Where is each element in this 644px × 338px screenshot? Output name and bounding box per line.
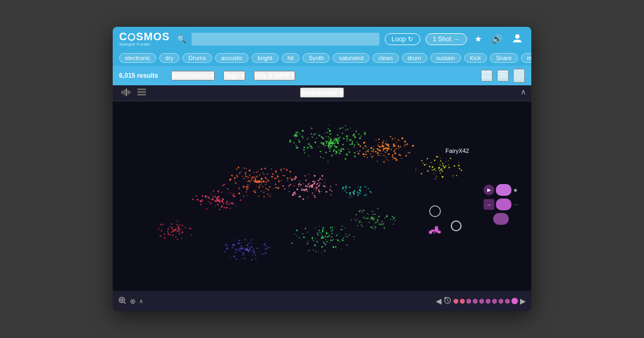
svg-rect-1 (482, 71, 486, 74)
svg-line-24 (124, 302, 126, 304)
page-dot-8[interactable] (505, 299, 510, 304)
svg-point-9 (517, 73, 521, 76)
page-dot-5[interactable] (486, 299, 491, 304)
instrument-label-text: Instrument (301, 89, 337, 97)
zoom-reset-btn[interactable] (118, 296, 127, 306)
svg-rect-18 (130, 91, 131, 93)
header: CSMOS Sample Finder 🔍 Loop ↻ 1 Shot → ★ (113, 27, 531, 85)
sample-item-5[interactable] (493, 213, 509, 225)
expand-btn[interactable]: ∧ (139, 298, 143, 305)
more-options-btn[interactable]: ⋯ (513, 202, 518, 208)
tag-chip[interactable]: saturated (333, 53, 369, 63)
search-input[interactable] (192, 33, 379, 46)
instruments-label: Instruments (172, 72, 209, 79)
page-dot-7[interactable] (499, 299, 503, 304)
wf-small (496, 216, 506, 222)
sub-toolbar: Instrument ▾ ∧ (113, 85, 531, 101)
app-title: CSMOS (119, 31, 170, 42)
instrument-chevron: ▾ (339, 89, 343, 97)
tag-chip[interactable]: monophonic (521, 53, 531, 63)
tag-chip[interactable]: sustain (430, 53, 461, 63)
waveform-view-btn[interactable] (118, 87, 134, 99)
svg-point-8 (515, 71, 523, 78)
play-button[interactable]: ▶ (484, 185, 494, 195)
tags-row: electronicdryDrumsacousticbrighthitSynth… (113, 51, 531, 66)
svg-point-22 (119, 297, 125, 303)
page-dot-6[interactable] (492, 299, 497, 304)
tag-chip[interactable]: bright (252, 53, 279, 63)
keybpm-label: Key & BPM (255, 72, 289, 79)
oneshot-icon: → (453, 35, 460, 43)
tag-chip[interactable]: drum (402, 53, 427, 63)
oneshot-button[interactable]: 1 Shot → (426, 33, 467, 45)
tag-chip[interactable]: clean (372, 53, 398, 63)
waveform-bars (498, 186, 509, 194)
user-button[interactable] (510, 32, 525, 47)
grid-view-button[interactable] (481, 70, 493, 82)
svg-point-23 (121, 299, 123, 301)
main-content: Instrument ▾ ∧ FairyX42 ▶ (113, 85, 531, 311)
page-dot-2[interactable] (466, 299, 471, 304)
volume-button[interactable]: 🔊 (489, 33, 504, 45)
filter-bar: 6,015 results Instruments ▾ Tags ▾ Key &… (113, 66, 531, 85)
svg-rect-6 (498, 74, 508, 75)
favorite-button[interactable]: ★ (472, 33, 484, 45)
view-icons (481, 69, 525, 83)
tag-chip[interactable]: electronic (119, 53, 156, 63)
tag-chip[interactable]: Synth (303, 53, 330, 63)
instruments-chevron: ▾ (210, 72, 214, 79)
favorite-icon: ★ (474, 34, 482, 43)
tag-chip[interactable]: hit (282, 53, 300, 63)
search-icon[interactable]: 🔍 (177, 35, 186, 43)
prev-page-btn[interactable]: ◀ (436, 297, 442, 305)
svg-rect-19 (137, 89, 146, 90)
page-dot-3[interactable] (473, 299, 478, 304)
page-dot-9[interactable] (511, 298, 518, 304)
zoom-in-btn[interactable]: ⊕ (130, 297, 136, 305)
tag-chip[interactable]: Snare (490, 53, 517, 63)
list-icon (498, 71, 508, 78)
active-sample-controls: ▶ ★ → ⋯ (472, 155, 529, 239)
waveform-display-2 (496, 199, 511, 210)
tags-chevron: ▾ (241, 72, 244, 79)
list-view-btn[interactable] (134, 87, 149, 99)
sample-star-btn[interactable]: ★ (513, 187, 518, 193)
sample-item-4-row: → ⋯ (484, 199, 518, 210)
next-page-btn[interactable]: ▶ (520, 297, 526, 305)
waveform-display (496, 184, 511, 196)
target-icon (514, 70, 524, 79)
results-count: 6,015 results (119, 72, 158, 79)
collapse-panel-btn[interactable]: ∧ (521, 87, 526, 96)
svg-rect-7 (498, 76, 508, 78)
svg-rect-20 (137, 91, 146, 93)
tag-chip[interactable]: Drums (182, 53, 211, 63)
page-dot-0[interactable] (453, 299, 458, 304)
history-btn[interactable] (444, 297, 451, 306)
oneshot-label: 1 Shot (433, 35, 451, 43)
cosmos-canvas[interactable] (113, 101, 531, 291)
user-icon (512, 33, 523, 43)
arrow-button[interactable]: → (484, 199, 494, 210)
sample-item-3-row: ▶ ★ (484, 184, 518, 196)
instrument-cluster-btn[interactable]: Instrument ▾ (300, 87, 344, 98)
page-dot-4[interactable] (479, 299, 484, 304)
logo-area: CSMOS Sample Finder (119, 31, 170, 47)
header-top: CSMOS Sample Finder 🔍 Loop ↻ 1 Shot → ★ (113, 27, 531, 51)
keybpm-filter[interactable]: Key & BPM ▾ (254, 71, 295, 80)
tag-chip[interactable]: dry (159, 53, 179, 63)
svg-rect-4 (487, 75, 491, 78)
list-view-button[interactable] (497, 70, 509, 82)
tag-chip[interactable]: Kick (464, 53, 487, 63)
tag-chip[interactable]: acoustic (215, 53, 248, 63)
sample-name-label: FairyX42 (445, 148, 469, 154)
loop-icon: ↻ (408, 35, 413, 43)
visualization-area[interactable]: FairyX42 ▶ ★ → (113, 101, 531, 291)
tags-filter[interactable]: Tags ▾ (223, 71, 245, 80)
history-icon (444, 297, 451, 304)
svg-rect-5 (498, 71, 508, 72)
page-dot-1[interactable] (460, 299, 465, 304)
map-view-button[interactable] (513, 69, 525, 83)
pagination-dots: ◀ ▶ (436, 297, 526, 306)
loop-button[interactable]: Loop ↻ (385, 33, 421, 45)
instruments-filter[interactable]: Instruments ▾ (171, 71, 215, 80)
